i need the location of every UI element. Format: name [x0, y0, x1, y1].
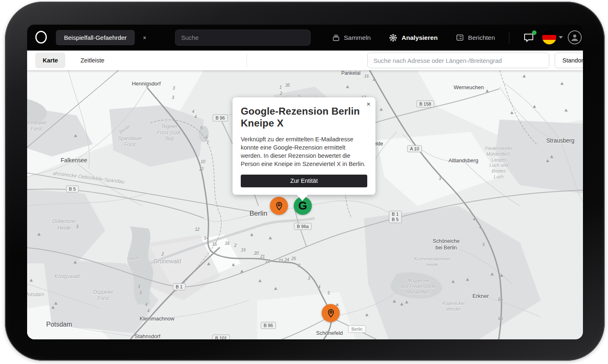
exit-number: 6a [498, 297, 502, 302]
exit-number: 3 [439, 176, 441, 181]
map-label: Panketal [341, 70, 361, 76]
nav-label: Sammeln [344, 34, 371, 41]
map-label: Havel [127, 254, 140, 263]
exit-number: 4 [479, 225, 481, 230]
nav-label: Analysieren [401, 34, 438, 41]
exit-number: 16 [225, 241, 229, 246]
address-search-input[interactable] [367, 53, 549, 68]
case-tab[interactable]: Beispielfall-Gefaehrder [56, 30, 135, 45]
exit-number: 2 [280, 91, 282, 96]
map-label: Tegeler Forst (südl. Teil) [157, 124, 182, 142]
tree-icon [269, 237, 272, 240]
map-label: Schönefeld [316, 330, 343, 336]
map-label: Werneuchen [454, 84, 484, 91]
exit-number: 4 [147, 309, 150, 313]
tree-icon [207, 263, 210, 265]
exit-number: 14 [204, 236, 208, 240]
map-marker-pin[interactable] [270, 197, 288, 215]
nav-item-berichten[interactable]: Berichten [456, 33, 495, 42]
toolbar-divider [246, 53, 247, 67]
exit-number: 4 [194, 115, 197, 119]
exit-number: 21 [260, 254, 265, 259]
exit-number: 12 [195, 227, 199, 232]
map-label: Potsdam [27, 292, 44, 298]
exit-number: 3 [76, 224, 78, 229]
tree-icon [250, 233, 253, 236]
exit-number: 6b [498, 316, 502, 321]
exit-number: 5 [327, 291, 330, 295]
view-toolbar: Karte Zeitleiste Standorte [27, 51, 583, 70]
flag-stripe-black [542, 30, 556, 35]
map-label: Hennigsdorf [132, 81, 161, 87]
exit-number: 15 [212, 242, 216, 247]
nav-item-analysieren[interactable]: Analysieren [389, 33, 438, 42]
tab-zeitleiste[interactable]: Zeitleiste [73, 53, 112, 68]
case-tab-close-icon[interactable]: × [140, 30, 150, 45]
map-label: Grunewald [153, 258, 181, 265]
map-label: Düppeler Forst [93, 289, 113, 302]
exit-number: 3 [172, 95, 174, 100]
notification-dot [532, 30, 537, 35]
tree-icon [274, 287, 277, 290]
tab-karte[interactable]: Karte [35, 53, 65, 68]
exit-number: 10 [200, 159, 205, 164]
user-avatar[interactable] [568, 30, 582, 44]
global-search-input[interactable] [175, 30, 311, 46]
exit-number: 2 [161, 252, 164, 256]
language-flag-german[interactable] [542, 30, 556, 44]
primary-nav: Sammeln Analysieren [332, 25, 495, 51]
map-label: Königswald [54, 274, 79, 280]
exit-number: 19 [241, 248, 245, 252]
chat-button[interactable] [523, 31, 536, 44]
exit-number: 4 [145, 302, 147, 307]
map-canvas[interactable]: HennigsdorfPanketalWerneuchenStrausbergF… [27, 70, 583, 339]
exit-number: 3 [173, 86, 175, 90]
exit-number: 4 [473, 217, 475, 221]
tree-icon [393, 300, 396, 303]
map-label: Bredower Forst [27, 120, 47, 132]
map-label: Kleinmachnow [140, 316, 175, 322]
locations-button[interactable]: Standorte [555, 53, 583, 68]
map-label: Müggelsee und Fredersdorfer Mühlenfließ [401, 278, 437, 295]
road-shield: B 1 [173, 283, 186, 290]
report-icon [456, 33, 464, 42]
map-label: Berlin [118, 123, 132, 136]
exit-number: 1 [279, 85, 282, 90]
case-tab-label: Beispielfall-Gefaehrder [64, 34, 127, 41]
tab-label: Karte [43, 57, 58, 64]
tree-icon [365, 313, 368, 316]
exit-number: 24 [284, 258, 289, 262]
map-label: Berlin [249, 209, 267, 218]
go-to-entity-button[interactable]: Zur Entität [241, 175, 367, 187]
exit-number: 4 [318, 285, 320, 289]
map-label: Potsdam [46, 320, 72, 329]
map-popup: × Google-Rezension Berlin Kneipe X Verkn… [233, 97, 375, 195]
exit-number: 5 [200, 126, 203, 130]
road-shield: B 96a [294, 223, 312, 230]
tree-icon [380, 108, 383, 111]
chevron-down-icon[interactable] [559, 36, 563, 39]
flag-stripe-gold [542, 40, 556, 44]
popup-title: Google-Rezension Berlin Kneipe X [241, 106, 367, 129]
road-name-sign: Berlin [348, 325, 366, 333]
exit-number: 7 [206, 141, 209, 145]
person-icon [569, 32, 580, 43]
tree-icon [37, 233, 41, 236]
exit-number: 16 [364, 74, 368, 78]
popup-body: Verknüpft zu der ermittelten E-Mailadres… [241, 135, 367, 168]
map-label: Falkensee [61, 157, 88, 164]
exit-number: 3 [308, 276, 310, 281]
close-icon[interactable]: × [366, 101, 371, 108]
exit-number: 3 [139, 290, 142, 295]
map-label: Krummendammer Heide [414, 256, 450, 268]
map-label: Fredersdorfer Mühlenfließ, Langes Luch u… [485, 146, 513, 180]
exit-number: 5 [482, 242, 485, 247]
nav-item-sammeln[interactable]: Sammeln [332, 34, 371, 42]
tree-icon [546, 159, 549, 162]
tree-icon [533, 105, 536, 108]
tree-icon [510, 111, 514, 114]
tablet-frame: Beispielfall-Gefaehrder × Sammeln [5, 2, 605, 361]
road-shield: B 96 [213, 115, 228, 122]
map-marker-pin[interactable] [322, 304, 340, 322]
road-shield: B 101 [212, 335, 230, 340]
